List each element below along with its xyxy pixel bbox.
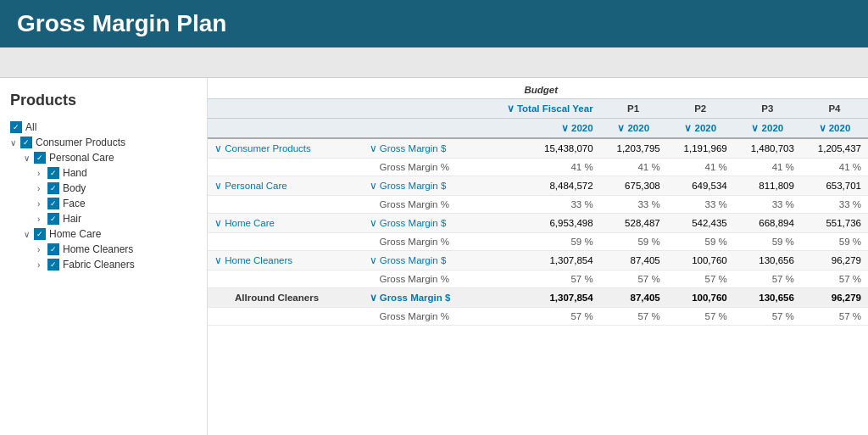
th-total-fiscal[interactable]: ∨ Total Fiscal Year [482,99,600,119]
col2-allround-cleaners-pct: Gross Margin % [363,308,482,326]
checkbox-face[interactable] [47,198,59,209]
p2-personal-care: 649,534 [667,176,734,196]
col2-consumer-products-pct: Gross Margin % [363,159,482,176]
tree-item-face[interactable]: › Face [10,196,197,211]
p4-home-cleaners: 96,279 [801,251,868,270]
tree-item-home-cleaners[interactable]: › Home Cleaners [10,242,197,257]
total-personal-care: 8,484,572 [482,176,600,196]
tree-label-home-care: Home Care [49,228,101,240]
col1-home-cleaners: ∨ Home Cleaners [208,251,363,270]
p2-home-care: 542,435 [667,214,734,233]
total-home-cleaners: 1,307,854 [482,251,600,270]
col1-consumer-products: ∨ Consumer Products [208,138,363,159]
th-empty2 [208,99,482,119]
p3-allround-cleaners: 130,656 [734,288,801,308]
tree-item-hand[interactable]: › Hand [10,165,197,181]
th-year-p2[interactable]: ∨ 2020 [667,119,734,139]
checkbox-hand[interactable] [47,167,59,179]
total-home-care-pct: 59 % [482,233,600,251]
p1-home-cleaners: 87,405 [600,251,667,270]
tree-item-all[interactable]: All [10,120,197,135]
p1-allround-cleaners: 87,405 [600,288,667,308]
chevron-down-icon[interactable]: ∨ [10,138,19,148]
chevron-down-icon-3[interactable]: ∨ [24,230,32,239]
p4-allround-cleaners: 96,279 [801,288,868,308]
col2-consumer-products: ∨ Gross Margin $ [363,138,482,159]
checkbox-all[interactable] [10,121,22,133]
tree-label-fabric-cleaners: Fabric Cleaners [63,259,135,270]
total-consumer-products-pct: 41 % [482,159,600,176]
th-p4: P4 [801,99,868,119]
checkbox-hair[interactable] [47,213,59,225]
th-year-p4[interactable]: ∨ 2020 [801,119,868,139]
checkbox-personal-care[interactable] [34,152,46,164]
tree-item-body[interactable]: › Body [10,181,197,196]
total-personal-care-pct: 33 % [482,196,600,214]
chevron-down-icon-2[interactable]: ∨ [24,153,32,163]
chevron-right-icon-hand[interactable]: › [37,169,46,178]
col2-home-cleaners-pct: Gross Margin % [363,270,482,288]
main-content: Products All ∨ Consumer Products ∨ Perso… [0,78,868,435]
tree-item-fabric-cleaners[interactable]: › Fabric Cleaners [10,257,197,272]
chevron-right-icon-hair[interactable]: › [37,215,46,224]
tree-item-hair[interactable]: › Hair [10,211,197,226]
table-row-allround-cleaners-pct: Gross Margin % 57 % 57 % 57 % 57 % 57 % [208,308,868,326]
chevron-right-icon-body[interactable]: › [37,184,46,193]
th-p4-empty [801,78,868,99]
p1-home-cleaners-pct: 57 % [600,270,667,288]
th-year-p1[interactable]: ∨ 2020 [600,119,667,139]
tree-item-home-care[interactable]: ∨ Home Care [10,226,197,242]
p4-personal-care-pct: 33 % [801,196,868,214]
p4-personal-care: 653,701 [801,176,868,196]
p2-consumer-products: 1,191,969 [667,138,734,159]
total-home-care: 6,953,498 [482,214,600,233]
th-year-total[interactable]: ∨ 2020 [482,119,600,139]
sidebar: Products All ∨ Consumer Products ∨ Perso… [0,78,208,435]
col1-consumer-products-pct [208,159,363,176]
th-p1: P1 [600,99,667,119]
checkbox-fabric-cleaners[interactable] [47,259,59,270]
p4-home-care: 551,736 [801,214,868,233]
p4-home-cleaners-pct: 57 % [801,270,868,288]
p3-consumer-products: 1,480,703 [734,138,801,159]
col1-home-cleaners-pct [208,270,363,288]
table-row-allround-cleaners: Allround Cleaners ∨ Gross Margin $ 1,307… [208,288,868,308]
p1-personal-care-pct: 33 % [600,196,667,214]
p4-home-care-pct: 59 % [801,233,868,251]
p1-home-care-pct: 59 % [600,233,667,251]
col2-home-care: ∨ Gross Margin $ [363,214,482,233]
chevron-right-icon-fc[interactable]: › [37,260,46,270]
th-p3: P3 [734,99,801,119]
col1-home-care-pct [208,233,363,251]
checkbox-home-care[interactable] [34,228,46,240]
checkbox-consumer-products[interactable] [20,137,32,148]
p4-consumer-products-pct: 41 % [801,159,868,176]
tree-item-consumer-products[interactable]: ∨ Consumer Products [10,135,197,150]
chevron-right-icon-face[interactable]: › [37,199,46,209]
p3-allround-cleaners-pct: 57 % [734,308,801,326]
tree-label-face: Face [63,198,86,209]
tree-label-all: All [25,121,36,133]
table-row-home-cleaners-pct: Gross Margin % 57 % 57 % 57 % 57 % 57 % [208,270,868,288]
chevron-right-icon-hc[interactable]: › [37,245,46,254]
p1-personal-care: 675,308 [600,176,667,196]
p3-personal-care-pct: 33 % [734,196,801,214]
col2-personal-care-pct: Gross Margin % [363,196,482,214]
col2-home-cleaners: ∨ Gross Margin $ [363,251,482,270]
checkbox-body[interactable] [47,182,59,194]
p2-home-cleaners: 100,760 [667,251,734,270]
th-year-p3[interactable]: ∨ 2020 [734,119,801,139]
app-header: Gross Margin Plan [0,0,868,47]
p4-allround-cleaners-pct: 57 % [801,308,868,326]
col1-personal-care: ∨ Personal Care [208,176,363,196]
sidebar-title: Products [10,92,197,109]
checkbox-home-cleaners[interactable] [47,243,59,255]
table-row-home-care-pct: Gross Margin % 59 % 59 % 59 % 59 % 59 % [208,233,868,251]
tree-item-personal-care[interactable]: ∨ Personal Care [10,150,197,165]
table-area: Budget ∨ Total Fiscal Year P1 P2 P3 P4 [208,78,868,435]
tree-label-home-cleaners: Home Cleaners [63,243,133,255]
p2-allround-cleaners-pct: 57 % [667,308,734,326]
table-row-personal-care: ∨ Personal Care ∨ Gross Margin $ 8,484,5… [208,176,868,196]
total-allround-cleaners-pct: 57 % [482,308,600,326]
p3-personal-care: 811,809 [734,176,801,196]
